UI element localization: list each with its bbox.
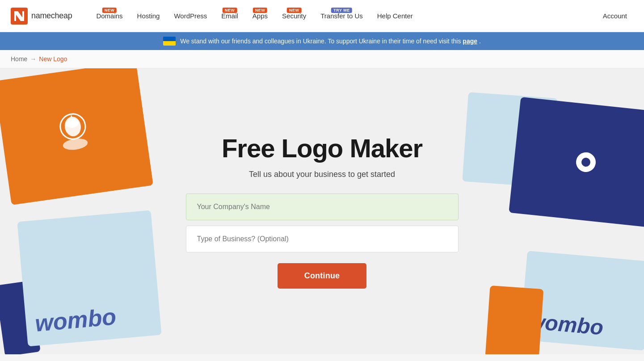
svg-point-8 [575,163,593,188]
transfer-badge: TRY ME [331,8,352,13]
business-type-input[interactable] [186,226,459,252]
svg-point-16 [581,157,591,167]
header: namecheap NEW Domains Hosting WordPress … [0,0,644,32]
main-nav: NEW Domains Hosting WordPress NEW Email … [90,8,633,23]
domains-badge: NEW [102,8,117,13]
svg-point-15 [575,151,597,173]
nav-label-helpcenter: Help Center [377,12,413,20]
card-flower [509,97,644,227]
banner-text-after: . [479,38,481,45]
nav-label-hosting: Hosting [137,12,160,20]
card-orange-right [485,285,544,354]
svg-point-1 [59,113,87,141]
nav-item-transfer[interactable]: TRY ME Transfer to Us [314,8,369,23]
company-name-input[interactable] [186,193,459,220]
nav-item-email[interactable]: NEW Email [215,8,244,23]
svg-point-7 [578,136,597,161]
logo[interactable]: namecheap [11,8,72,25]
nav-item-domains[interactable]: NEW Domains [90,8,129,23]
hero-section: wombo wombo [0,68,644,354]
nav-label-wordpress: WordPress [174,12,207,20]
nav-item-wordpress[interactable]: WordPress [168,8,213,23]
breadcrumb: Home → New Logo [0,50,644,68]
card-wombo-left: wombo [17,210,161,346]
flower-icon [556,133,615,192]
knight-icon [49,108,99,159]
svg-rect-4 [68,118,76,121]
svg-point-11 [563,138,591,165]
nav-item-account[interactable]: Account [597,8,633,23]
card-wombo-right: wombo [520,251,644,351]
nav-item-security[interactable]: NEW Security [276,8,312,23]
svg-point-12 [583,139,610,168]
continue-button[interactable]: Continue [278,263,367,289]
hero-subtitle: Tell us about your business to get start… [186,170,459,179]
logo-text: namecheap [31,11,72,21]
nav-label-transfer: Transfer to Us [320,12,362,20]
nav-item-apps[interactable]: NEW Apps [246,8,274,23]
card-dark-left [0,281,41,354]
svg-point-9 [560,151,585,170]
svg-point-10 [587,155,611,173]
ukraine-banner: We stand with our friends and colleagues… [0,32,644,50]
ukraine-flag-icon [163,37,176,46]
nav-item-helpcenter[interactable]: Help Center [371,8,419,23]
email-badge: NEW [223,8,237,13]
svg-point-3 [66,118,80,129]
card-lightblue-right [462,92,557,187]
svg-point-13 [561,157,589,185]
breadcrumb-home[interactable]: Home [11,55,27,63]
banner-link[interactable]: page [463,38,477,45]
banner-text: We stand with our friends and colleagues… [180,38,481,45]
breadcrumb-current: New Logo [39,55,67,63]
svg-line-5 [71,115,72,117]
card-knight [0,68,153,205]
nav-label-domains: Domains [96,12,122,20]
security-badge: NEW [287,8,302,13]
nav-label-apps: Apps [253,12,268,20]
nav-label-email: Email [221,12,238,20]
namecheap-logo-icon [11,8,28,25]
svg-point-14 [581,160,609,187]
nav-label-account: Account [603,12,627,20]
svg-point-6 [62,137,88,151]
breadcrumb-arrow: → [30,55,36,63]
banner-text-before: We stand with our friends and colleagues… [180,38,461,45]
hero-title: Free Logo Maker [186,134,459,163]
apps-badge: NEW [253,8,268,13]
nav-item-hosting[interactable]: Hosting [131,8,166,23]
nav-label-security: Security [282,12,306,20]
svg-point-2 [63,116,82,138]
form-container: Free Logo Maker Tell us about your busin… [177,116,467,306]
